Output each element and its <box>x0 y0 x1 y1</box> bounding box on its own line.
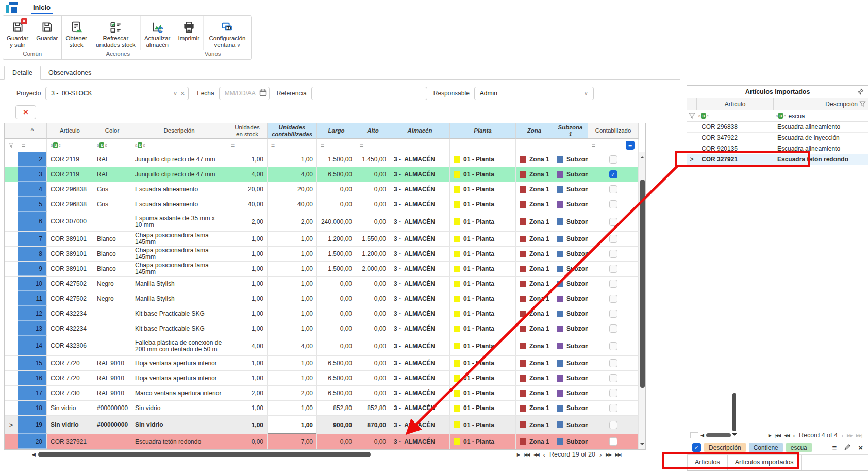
prev-page-button[interactable]: ◀◀ <box>784 433 789 438</box>
close-filter-icon[interactable]: × <box>858 444 863 451</box>
panel-row-4[interactable]: >COR 327921Escuadra tetón redondo <box>687 154 868 165</box>
column-header-unidades-stock[interactable]: Unidades en stock <box>227 123 268 139</box>
checkbox-contabilizado[interactable] <box>609 310 617 318</box>
prev-record-button[interactable]: ‹ <box>793 432 795 440</box>
checkbox-contabilizado[interactable] <box>609 235 617 243</box>
tab-observaciones[interactable]: Observaciones <box>41 66 99 79</box>
table-row-9[interactable]: 9COR 389101BlancoChapa posicionadora lam… <box>5 262 639 277</box>
checkbox-contabilizado[interactable] <box>609 437 617 446</box>
refresh-stock-units-button[interactable]: Refrescarunidades stock <box>91 16 141 50</box>
column-header-alto[interactable]: Alto <box>356 123 390 139</box>
checkbox-contabilizado[interactable] <box>609 404 617 412</box>
horizontal-scrollbar[interactable]: ◀ <box>4 452 371 457</box>
scrollbar-thumb[interactable] <box>640 180 645 388</box>
filter-menu-icon[interactable]: ≡ <box>832 444 837 451</box>
checkbox-contabilizado[interactable] <box>609 155 617 164</box>
filter-planta[interactable] <box>450 139 516 152</box>
next-page-button[interactable]: ▶▶ <box>606 452 611 457</box>
delete-row-button[interactable]: × <box>15 105 36 119</box>
panel-column-header-articulo[interactable]: Artículo <box>696 98 774 110</box>
table-row-10[interactable]: 10COR 427502NegroManilla Stylish1,001,00… <box>5 277 639 291</box>
filter-chip-escua[interactable]: escua <box>786 443 812 452</box>
panel-filter-descripcion[interactable]: aBcescua <box>774 112 868 120</box>
checkbox-contabilizado[interactable] <box>609 374 617 382</box>
table-row-18[interactable]: 18Sin vidrio#00000000Sin vidrio1,001,008… <box>5 401 639 416</box>
table-row-14[interactable]: 14COR 432306Falleba plástica de conexión… <box>5 336 639 356</box>
table-row-13[interactable]: 13COR 432234Kit base Practicable SKG1,00… <box>5 321 639 336</box>
last-record-button[interactable]: ▶▶| <box>856 433 862 438</box>
checkbox-contabilizado[interactable] <box>609 250 617 258</box>
checkbox-contabilizado[interactable] <box>609 218 617 226</box>
checkbox-contabilizado[interactable] <box>609 324 617 333</box>
edit-filter-pencil-icon[interactable] <box>844 444 851 452</box>
panel-column-header-descripcion[interactable]: Descripción <box>774 98 868 110</box>
filter-descripcion[interactable]: aBc <box>131 139 227 152</box>
table-row-8[interactable]: 8COR 389101BlancoChapa posicionadora lam… <box>5 247 639 262</box>
save-button[interactable]: Guardar <box>32 16 61 50</box>
filter-largo[interactable]: = <box>317 139 356 152</box>
vertical-scrollbar[interactable] <box>639 152 645 449</box>
responsable-combobox[interactable]: Admin ∨ <box>474 87 594 100</box>
prev-page-button[interactable]: ◀◀ <box>533 452 539 457</box>
column-header-almacen[interactable]: Almacén <box>390 123 450 139</box>
table-row-7[interactable]: 7COR 389101BlancoChapa posicionadora lam… <box>5 232 639 247</box>
column-header-subzona[interactable]: Subzona 1 <box>553 123 588 139</box>
checkbox-contabilizado[interactable] <box>609 280 617 288</box>
panel-vertical-scrollbar[interactable] <box>732 393 736 431</box>
table-row-3[interactable]: 3COR 2119RALJunquillo clip recto de 47 m… <box>5 167 639 182</box>
filter-almacen[interactable] <box>390 139 450 152</box>
table-row-12[interactable]: 12COR 432234Kit base Practicable SKG1,00… <box>5 306 639 321</box>
filter-chip-contiene[interactable]: Contiene <box>749 443 783 452</box>
table-row-2[interactable]: 2COR 2119RALJunquillo clip recto de 47 m… <box>5 152 639 167</box>
column-header-color[interactable]: Color <box>93 123 131 139</box>
panel-row-1[interactable]: COR 296838Escuadra alineamiento <box>687 122 868 133</box>
checkbox-contabilizado[interactable] <box>609 295 617 303</box>
filter-enabled-checkbox[interactable]: ✓ <box>692 443 701 452</box>
column-header-largo[interactable]: Largo <box>317 123 356 139</box>
get-stock-button[interactable]: Obtenerstock <box>62 16 91 50</box>
update-warehouse-button[interactable]: Actualizaralmacén <box>141 16 174 50</box>
filter-indicator[interactable] <box>5 139 18 152</box>
table-row-15[interactable]: 15COR 7720RAL 9010Hoja ventana apertura … <box>5 356 639 371</box>
pin-icon[interactable] <box>857 88 864 96</box>
panel-filter-articulo[interactable]: aBc <box>696 113 774 119</box>
next-record-button[interactable]: › <box>841 432 843 440</box>
checkbox-contabilizado[interactable] <box>609 389 617 397</box>
prev-record-button[interactable]: ‹ <box>543 451 545 459</box>
scroll-up-arrow-icon[interactable] <box>640 154 644 158</box>
chevron-down-icon[interactable]: ∨ <box>173 90 177 97</box>
filter-alto[interactable]: = <box>356 139 390 152</box>
ribbon-tab-inicio[interactable]: Inicio <box>31 1 53 14</box>
column-header-articulo[interactable]: Artículo <box>47 123 93 139</box>
scroll-left-arrow-icon[interactable]: ◀ <box>700 433 704 438</box>
checkbox-contabilizado[interactable]: ✓ <box>609 170 617 178</box>
checkbox-contabilizado[interactable] <box>609 359 617 367</box>
checkbox-contabilizado[interactable] <box>609 265 617 273</box>
table-row-11[interactable]: 11COR 427502NegroManilla Stylish1,001,00… <box>5 291 639 306</box>
tab-detalle[interactable]: Detalle <box>4 66 41 80</box>
first-record-button[interactable]: |◀◀ <box>524 452 529 457</box>
fecha-date-field[interactable]: MM/DD/AA <box>219 87 270 100</box>
filter-articulo[interactable]: aBc <box>47 139 93 152</box>
next-record-button[interactable]: › <box>599 451 602 459</box>
first-record-button[interactable]: |◀◀ <box>775 433 780 438</box>
column-header-zona[interactable]: Zona <box>516 123 553 139</box>
checkbox-contabilizado[interactable] <box>609 185 617 193</box>
referencia-input[interactable] <box>311 87 427 100</box>
filter-color[interactable]: aBc <box>93 139 131 152</box>
filter-chip-descripción[interactable]: Descripción <box>704 443 746 452</box>
filter-contabilizado[interactable]: =– <box>588 139 639 152</box>
table-row-20[interactable]: 20COR 327921Escuadra tetón redondo0,007,… <box>5 434 639 449</box>
scroll-down-arrow-icon[interactable] <box>732 433 737 438</box>
clear-icon[interactable]: × <box>180 89 185 98</box>
filter-unidades-stock[interactable]: = <box>227 139 268 152</box>
window-configuration-button[interactable]: Configuraciónventana ∨ <box>204 16 251 50</box>
next-page-button[interactable]: ▶▶ <box>847 433 852 438</box>
table-row-4[interactable]: 4COR 296838GrisEscuadra alineamiento20,0… <box>5 182 639 197</box>
checkbox-contabilizado[interactable] <box>609 342 617 350</box>
table-row-5[interactable]: 5COR 296838GrisEscuadra alineamiento40,0… <box>5 197 639 212</box>
panel-tab-articulos-importados[interactable]: Artículos importados <box>728 455 802 470</box>
chevron-down-icon[interactable]: ∨ <box>584 90 588 97</box>
checkbox-filter-indeterminate[interactable]: – <box>626 141 635 150</box>
filter-row-number[interactable]: = <box>18 139 47 152</box>
